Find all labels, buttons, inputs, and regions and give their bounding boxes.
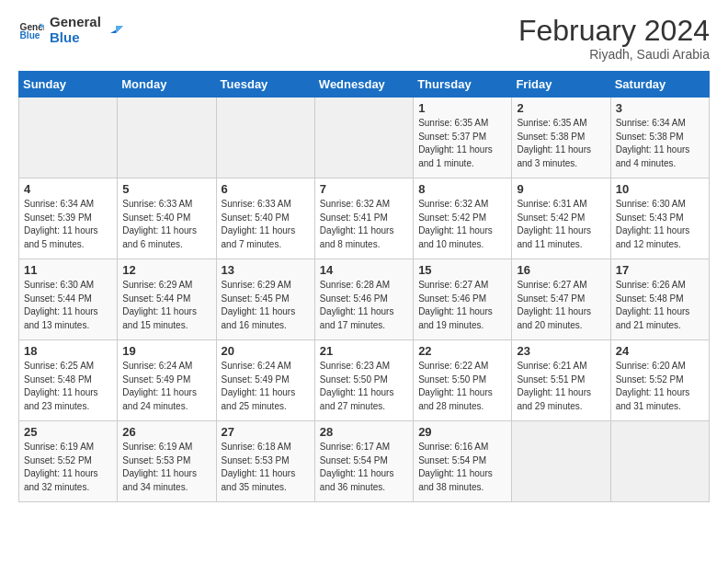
day-number: 23 xyxy=(517,344,605,358)
calendar-cell: 18Sunrise: 6:25 AM Sunset: 5:48 PM Dayli… xyxy=(19,340,118,421)
day-info: Sunrise: 6:32 AM Sunset: 5:42 PM Dayligh… xyxy=(418,198,506,251)
logo-blue: Blue xyxy=(50,30,101,46)
day-number: 8 xyxy=(418,182,506,196)
calendar-cell: 23Sunrise: 6:21 AM Sunset: 5:51 PM Dayli… xyxy=(512,340,610,421)
calendar-cell xyxy=(610,421,709,502)
calendar-cell: 17Sunrise: 6:26 AM Sunset: 5:48 PM Dayli… xyxy=(610,259,709,340)
calendar-cell: 8Sunrise: 6:32 AM Sunset: 5:42 PM Daylig… xyxy=(414,178,512,259)
day-number: 13 xyxy=(222,263,310,277)
day-info: Sunrise: 6:32 AM Sunset: 5:41 PM Dayligh… xyxy=(320,198,408,251)
day-info: Sunrise: 6:33 AM Sunset: 5:40 PM Dayligh… xyxy=(122,198,210,251)
calendar-title: February 2024 xyxy=(518,15,710,47)
day-info: Sunrise: 6:34 AM Sunset: 5:38 PM Dayligh… xyxy=(616,117,704,170)
calendar-cell: 4Sunrise: 6:34 AM Sunset: 5:39 PM Daylig… xyxy=(19,178,118,259)
calendar-cell xyxy=(118,98,216,178)
day-info: Sunrise: 6:27 AM Sunset: 5:46 PM Dayligh… xyxy=(418,279,506,332)
day-info: Sunrise: 6:24 AM Sunset: 5:49 PM Dayligh… xyxy=(222,360,310,413)
calendar-cell xyxy=(19,98,118,178)
calendar-cell: 25Sunrise: 6:19 AM Sunset: 5:52 PM Dayli… xyxy=(19,421,118,502)
day-info: Sunrise: 6:20 AM Sunset: 5:52 PM Dayligh… xyxy=(616,360,704,413)
logo: General Blue General Blue xyxy=(18,15,127,45)
day-info: Sunrise: 6:35 AM Sunset: 5:38 PM Dayligh… xyxy=(517,117,605,170)
calendar-cell xyxy=(314,98,413,178)
day-info: Sunrise: 6:29 AM Sunset: 5:44 PM Dayligh… xyxy=(122,279,210,332)
calendar-cell: 7Sunrise: 6:32 AM Sunset: 5:41 PM Daylig… xyxy=(314,178,413,259)
day-info: Sunrise: 6:16 AM Sunset: 5:54 PM Dayligh… xyxy=(418,441,506,494)
svg-marker-5 xyxy=(116,26,123,33)
calendar-cell: 24Sunrise: 6:20 AM Sunset: 5:52 PM Dayli… xyxy=(610,340,709,421)
calendar-week-row: 4Sunrise: 6:34 AM Sunset: 5:39 PM Daylig… xyxy=(19,178,710,259)
calendar-cell: 20Sunrise: 6:24 AM Sunset: 5:49 PM Dayli… xyxy=(216,340,314,421)
day-number: 20 xyxy=(222,344,310,358)
calendar-cell: 27Sunrise: 6:18 AM Sunset: 5:53 PM Dayli… xyxy=(216,421,314,502)
calendar-cell: 6Sunrise: 6:33 AM Sunset: 5:40 PM Daylig… xyxy=(216,178,314,259)
day-info: Sunrise: 6:33 AM Sunset: 5:40 PM Dayligh… xyxy=(222,198,310,251)
header: General Blue General Blue February 2024 … xyxy=(18,15,710,62)
day-number: 5 xyxy=(122,182,210,196)
day-info: Sunrise: 6:25 AM Sunset: 5:48 PM Dayligh… xyxy=(24,360,112,413)
calendar-week-row: 11Sunrise: 6:30 AM Sunset: 5:44 PM Dayli… xyxy=(19,259,710,340)
weekday-header-row: SundayMondayTuesdayWednesdayThursdayFrid… xyxy=(19,72,710,98)
calendar-page: General Blue General Blue February 2024 … xyxy=(0,0,728,563)
day-number: 27 xyxy=(222,425,310,439)
day-number: 11 xyxy=(24,263,112,277)
day-number: 15 xyxy=(418,263,506,277)
calendar-cell: 13Sunrise: 6:29 AM Sunset: 5:45 PM Dayli… xyxy=(216,259,314,340)
calendar-cell: 5Sunrise: 6:33 AM Sunset: 5:40 PM Daylig… xyxy=(118,178,216,259)
calendar-cell: 10Sunrise: 6:30 AM Sunset: 5:43 PM Dayli… xyxy=(610,178,709,259)
calendar-cell: 12Sunrise: 6:29 AM Sunset: 5:44 PM Dayli… xyxy=(118,259,216,340)
day-info: Sunrise: 6:29 AM Sunset: 5:45 PM Dayligh… xyxy=(222,279,310,332)
day-number: 2 xyxy=(517,101,605,115)
day-number: 17 xyxy=(616,263,704,277)
day-info: Sunrise: 6:30 AM Sunset: 5:43 PM Dayligh… xyxy=(616,198,704,251)
day-number: 9 xyxy=(517,182,605,196)
day-number: 25 xyxy=(24,425,112,439)
day-number: 1 xyxy=(418,101,506,115)
day-number: 3 xyxy=(616,101,704,115)
day-number: 28 xyxy=(320,425,408,439)
weekday-header-saturday: Saturday xyxy=(610,72,709,98)
day-info: Sunrise: 6:23 AM Sunset: 5:50 PM Dayligh… xyxy=(320,360,408,413)
day-info: Sunrise: 6:22 AM Sunset: 5:50 PM Dayligh… xyxy=(418,360,506,413)
day-info: Sunrise: 6:34 AM Sunset: 5:39 PM Dayligh… xyxy=(24,198,112,251)
day-number: 29 xyxy=(418,425,506,439)
day-number: 18 xyxy=(24,344,112,358)
weekday-header-friday: Friday xyxy=(512,72,610,98)
weekday-header-thursday: Thursday xyxy=(414,72,512,98)
calendar-cell: 16Sunrise: 6:27 AM Sunset: 5:47 PM Dayli… xyxy=(512,259,610,340)
day-info: Sunrise: 6:35 AM Sunset: 5:37 PM Dayligh… xyxy=(418,117,506,170)
day-info: Sunrise: 6:24 AM Sunset: 5:49 PM Dayligh… xyxy=(122,360,210,413)
day-info: Sunrise: 6:30 AM Sunset: 5:44 PM Dayligh… xyxy=(24,279,112,332)
day-number: 24 xyxy=(616,344,704,358)
calendar-cell: 9Sunrise: 6:31 AM Sunset: 5:42 PM Daylig… xyxy=(512,178,610,259)
day-info: Sunrise: 6:19 AM Sunset: 5:52 PM Dayligh… xyxy=(24,441,112,494)
day-info: Sunrise: 6:19 AM Sunset: 5:53 PM Dayligh… xyxy=(122,441,210,494)
day-number: 22 xyxy=(418,344,506,358)
day-number: 10 xyxy=(616,182,704,196)
day-number: 16 xyxy=(517,263,605,277)
calendar-subtitle: Riyadh, Saudi Arabia xyxy=(518,47,710,62)
weekday-header-wednesday: Wednesday xyxy=(314,72,413,98)
calendar-cell xyxy=(512,421,610,502)
day-info: Sunrise: 6:31 AM Sunset: 5:42 PM Dayligh… xyxy=(517,198,605,251)
day-info: Sunrise: 6:27 AM Sunset: 5:47 PM Dayligh… xyxy=(517,279,605,332)
day-number: 14 xyxy=(320,263,408,277)
day-info: Sunrise: 6:18 AM Sunset: 5:53 PM Dayligh… xyxy=(222,441,310,494)
calendar-cell: 11Sunrise: 6:30 AM Sunset: 5:44 PM Dayli… xyxy=(19,259,118,340)
calendar-week-row: 25Sunrise: 6:19 AM Sunset: 5:52 PM Dayli… xyxy=(19,421,710,502)
weekday-header-monday: Monday xyxy=(118,72,216,98)
logo-general: General xyxy=(50,15,101,30)
day-number: 21 xyxy=(320,344,408,358)
calendar-cell: 15Sunrise: 6:27 AM Sunset: 5:46 PM Dayli… xyxy=(414,259,512,340)
day-number: 12 xyxy=(122,263,210,277)
day-number: 26 xyxy=(122,425,210,439)
day-info: Sunrise: 6:17 AM Sunset: 5:54 PM Dayligh… xyxy=(320,441,408,494)
calendar-cell: 22Sunrise: 6:22 AM Sunset: 5:50 PM Dayli… xyxy=(414,340,512,421)
calendar-week-row: 18Sunrise: 6:25 AM Sunset: 5:48 PM Dayli… xyxy=(19,340,710,421)
logo-icon: General Blue xyxy=(18,17,44,43)
calendar-cell: 1Sunrise: 6:35 AM Sunset: 5:37 PM Daylig… xyxy=(414,98,512,178)
day-info: Sunrise: 6:26 AM Sunset: 5:48 PM Dayligh… xyxy=(616,279,704,332)
svg-text:Blue: Blue xyxy=(20,30,40,40)
calendar-cell: 26Sunrise: 6:19 AM Sunset: 5:53 PM Dayli… xyxy=(118,421,216,502)
calendar-cell xyxy=(216,98,314,178)
